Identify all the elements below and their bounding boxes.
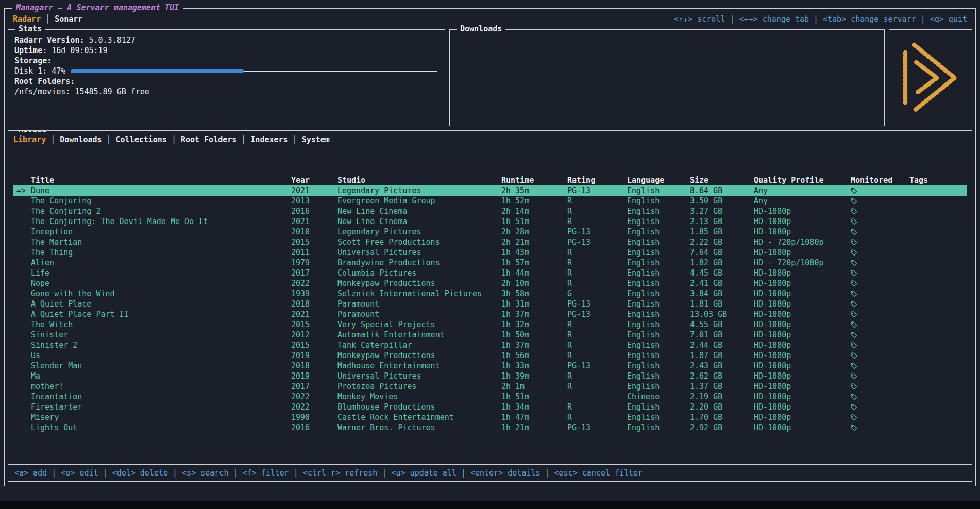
disk-usage-gauge-fill [71,69,243,73]
movies-tab-indexers[interactable]: Indexers [250,135,288,144]
cell-size: 1.87 GB [690,351,754,360]
servarr-tab-radarr[interactable]: Radarr [13,14,41,24]
cell-rating: R [567,258,627,267]
servarr-tab-sonarr[interactable]: Sonarr [55,14,82,24]
cell-quality-profile: HD-1080p [754,320,851,329]
table-row[interactable]: A Quiet Place Part II2021Paramount1h 37m… [13,309,967,319]
cell-runtime: 3h 58m [501,289,567,298]
monitored-tag-icon [851,425,857,431]
column-header-title: Title [31,176,291,185]
table-row[interactable]: Incantation2022Monkey Movies1h 51mChines… [13,392,967,402]
uptime-value: 16d 09:05:19 [52,46,107,55]
table-row[interactable]: Firestarter2022Blumhouse Productions1h 3… [13,402,967,412]
cell-title: Us [31,351,291,360]
cell-quality-profile: HD-1080p [754,207,851,216]
cell-studio: Scott Free Productions [337,237,501,247]
table-row[interactable]: mother!2017Protozoa Pictures2h 1mREnglis… [13,381,967,392]
storage-line: Storage: [14,56,438,66]
cell-studio: Legendary Pictures [337,227,501,236]
cell-rating: R [567,217,627,226]
cell-monitored [851,331,909,338]
cell-studio: Paramount [337,299,501,309]
cell-year: 2011 [291,248,337,257]
cell-size: 2.13 GB [690,217,754,226]
monitored-tag-icon [851,311,857,318]
cell-language: English [627,258,690,267]
cell-studio: Legendary Pictures [337,186,501,195]
column-header-quality-profile: Quality Profile [754,176,851,185]
cell-rating: R [567,330,627,340]
cell-quality-profile: Any [754,196,851,206]
table-row[interactable]: The Thing2011Universal Pictures1h 43mREn… [13,247,967,258]
cell-studio: Universal Pictures [337,248,501,257]
cell-year: 1990 [291,413,337,422]
tab-separator: │ [107,135,111,144]
cell-runtime: 1h 39m [501,371,567,381]
table-row[interactable]: Nope2022Monkeypaw Productions2h 10mREngl… [13,278,967,289]
cell-size: 4.55 GB [690,320,754,329]
version-line: Radarr Version: 5.0.3.8127 [14,35,438,45]
table-row[interactable]: A Quiet Place2018Paramount1h 31mPG-13Eng… [13,299,967,309]
cell-studio: Very Special Projects [337,320,501,329]
movies-tab-root-folders[interactable]: Root Folders [181,135,236,144]
movies-tab-collections[interactable]: Collections [116,135,167,144]
cell-rating: R [567,382,627,391]
cell-studio: Warner Bros. Pictures [337,423,501,432]
table-row[interactable]: =>Dune2021Legendary Pictures2h 35mPG-13E… [13,185,967,196]
cell-rating: R [567,248,627,257]
table-row[interactable]: The Conjuring2013Evergreen Media Group1h… [13,196,967,206]
table-row[interactable]: Misery1990Castle Rock Entertainment1h 47… [13,412,967,422]
movies-tab-downloads[interactable]: Downloads [60,135,102,144]
table-row[interactable]: Sinister2012Automatik Entertainment1h 50… [13,330,967,340]
cell-rating: PG-13 [567,310,627,319]
cell-rating: R [567,196,627,206]
cell-year: 2021 [291,217,337,226]
monitored-tag-icon [851,414,857,421]
table-row[interactable]: The Conjuring 22016New Line Cinema2h 14m… [13,206,967,216]
cell-title: Firestarter [31,402,291,412]
table-row[interactable]: Us2019Monkeypaw Productions1h 56mREnglis… [13,350,967,361]
cell-title: The Conjuring: The Devil Made Me Do It [31,217,291,226]
cell-language: English [627,330,690,340]
cell-quality-profile: HD-1080p [754,361,851,370]
cell-size: 4.45 GB [690,268,754,278]
table-row[interactable]: Ma2019Universal Pictures1h 39mREnglish2.… [13,371,967,381]
cell-studio: Columbia Pictures [337,268,501,278]
cell-size: 7.01 GB [690,330,754,340]
cell-studio: Automatik Entertainment [337,330,501,340]
cell-size: 1.82 GB [690,258,754,267]
root-folders-label: Root Folders: [14,77,75,86]
cell-title: Sinister 2 [31,341,291,350]
movies-tab-system[interactable]: System [302,135,330,144]
table-row[interactable]: The Witch2015Very Special Projects1h 32m… [13,319,967,330]
cell-quality-profile: HD-1080p [754,289,851,298]
table-row[interactable]: The Martian2015Scott Free Productions2h … [13,237,967,247]
cell-monitored [851,269,909,277]
version-label: Radarr Version: [14,36,84,45]
table-row[interactable]: Inception2010Legendary Pictures2h 28mPG-… [13,227,967,237]
cell-monitored [851,342,909,349]
cell-runtime: 1h 51m [501,217,567,226]
cell-size: 8.64 GB [690,186,754,195]
column-header-year: Year [291,176,337,185]
cell-rating: PG-13 [567,237,627,247]
table-row[interactable]: Lights Out2016Warner Bros. Pictures1h 21… [13,422,967,433]
cell-size: 2.44 GB [690,341,754,350]
table-row[interactable]: Alien1979Brandywine Productions1h 57mREn… [13,258,967,268]
cell-language: English [627,413,690,422]
cell-year: 2022 [291,402,337,412]
table-row[interactable]: The Conjuring: The Devil Made Me Do It20… [13,216,967,227]
cell-language: English [627,320,690,329]
table-row[interactable]: Sinister 22015Tank Caterpillar1h 37mREng… [13,340,967,350]
table-row[interactable]: Life2017Columbia Pictures1h 44mREnglish4… [13,268,967,278]
table-row[interactable]: Slender Man2018Madhouse Entertainment1h … [13,361,967,371]
cell-rating: R [567,413,627,422]
cell-monitored [851,403,909,411]
table-row[interactable]: Gone with the Wind1939Selznick Internati… [13,289,967,299]
cell-quality-profile: HD-1080p [754,310,851,319]
cell-size: 2.62 GB [690,371,754,381]
movies-tab-library[interactable]: Library [13,135,46,144]
cell-title: Slender Man [31,361,291,370]
cell-language: English [627,371,690,381]
cell-runtime: 1h 47m [501,413,567,422]
